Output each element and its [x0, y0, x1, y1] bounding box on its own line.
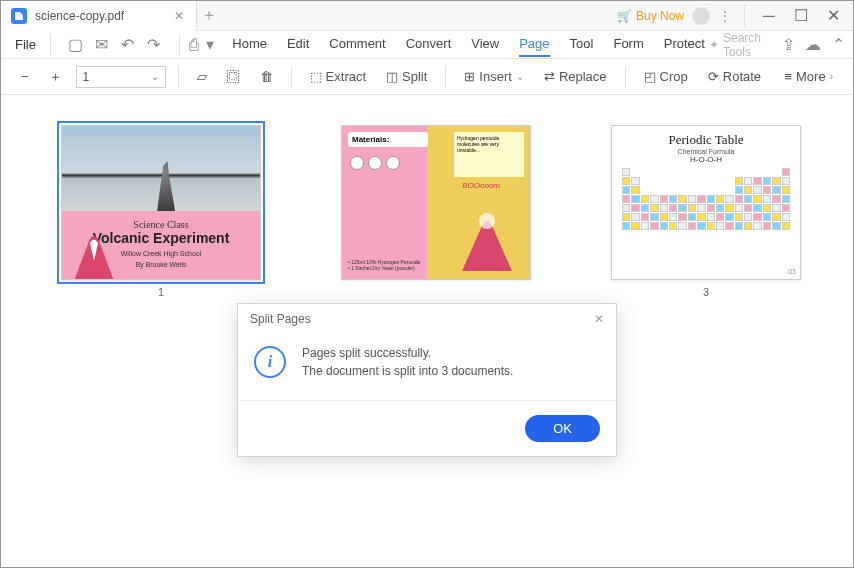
minimize-button[interactable]: ─ — [757, 4, 781, 28]
split-label: Split — [402, 69, 427, 84]
hamburger-icon: ≡ — [784, 69, 792, 84]
periodic-table-title: Periodic Table — [622, 132, 790, 148]
page-thumbnail-2[interactable]: Materials: Hydrogen peroxide molecules a… — [341, 125, 531, 280]
dialog-title: Split Pages — [250, 312, 311, 326]
buy-now-label: Buy Now — [636, 9, 684, 23]
crop-button[interactable]: ◰Crop — [638, 65, 694, 88]
page-thumbnail-3[interactable]: Periodic Table Chemical Formula H-O-O-H … — [611, 125, 801, 298]
file-menu[interactable]: File — [9, 37, 42, 52]
dialog-message-1: Pages split successfully. — [302, 344, 513, 362]
page-number-input[interactable]: 1 ⌄ — [76, 66, 166, 88]
page-number-label: 1 — [158, 286, 164, 298]
menu-tab-form[interactable]: Form — [613, 32, 643, 57]
rotate-icon: ⟳ — [708, 69, 719, 84]
menu-tab-page[interactable]: Page — [519, 32, 549, 57]
insert-icon: ⊞ — [464, 69, 475, 84]
wand-icon: ✦ — [709, 38, 719, 52]
dialog-message-2: The document is split into 3 documents. — [302, 362, 513, 380]
page-layout-1-icon[interactable]: ▱ — [191, 65, 213, 88]
split-button[interactable]: ◫Split — [380, 65, 433, 88]
app-icon — [11, 8, 27, 24]
insert-button[interactable]: ⊞Insert⌄ — [458, 65, 530, 88]
cart-icon: 🛒 — [617, 9, 632, 23]
mail-icon[interactable]: ✉ — [93, 36, 111, 54]
replace-button[interactable]: ⇄Replace — [538, 65, 613, 88]
menu-tab-tool[interactable]: Tool — [570, 32, 594, 57]
rotate-button[interactable]: ⟳Rotate — [702, 65, 767, 88]
boom-text: BOOooom — [462, 181, 500, 190]
menu-tab-protect[interactable]: Protect — [664, 32, 705, 57]
split-pages-dialog: Split Pages ✕ i Pages split successfully… — [237, 303, 617, 457]
zoom-in-button[interactable]: ＋ — [43, 64, 68, 90]
more-button[interactable]: ≡More› — [778, 65, 839, 88]
buy-now-link[interactable]: 🛒 Buy Now — [617, 9, 684, 23]
chevron-right-icon: › — [830, 71, 833, 82]
thumbnail-image — [62, 126, 260, 211]
chevron-down-icon: ⌄ — [151, 71, 159, 82]
volcano-illustration-icon — [452, 211, 522, 271]
collapse-icon[interactable]: ⌃ — [831, 36, 845, 54]
menu-tab-edit[interactable]: Edit — [287, 32, 309, 57]
cloud-icon[interactable]: ☁ — [805, 36, 821, 54]
diagram-icon — [350, 156, 400, 170]
tab-title: science-copy.pdf — [35, 9, 124, 23]
replace-label: Replace — [559, 69, 607, 84]
insert-label: Insert — [479, 69, 512, 84]
svg-point-0 — [479, 213, 495, 229]
page-number-label: 3 — [703, 286, 709, 298]
print-icon[interactable]: ⎙ — [187, 36, 199, 54]
replace-icon: ⇄ — [544, 69, 555, 84]
volcano-illustration-icon — [64, 231, 124, 280]
chemical-formula: H-O-O-H — [622, 155, 790, 164]
maximize-button[interactable]: ☐ — [789, 4, 813, 28]
tab-close-icon[interactable]: ✕ — [172, 9, 186, 23]
delete-page-icon[interactable]: 🗑 — [254, 65, 279, 88]
split-icon: ◫ — [386, 69, 398, 84]
menu-tab-home[interactable]: Home — [232, 32, 267, 57]
close-window-button[interactable]: ✕ — [821, 4, 845, 28]
crop-icon: ◰ — [644, 69, 656, 84]
periodic-table-subtitle: Chemical Formula — [622, 148, 790, 155]
slide-subtitle: Science Class — [68, 219, 254, 230]
menu-tab-view[interactable]: View — [471, 32, 499, 57]
extract-button[interactable]: ⬚Extract — [304, 65, 372, 88]
menu-tab-comment[interactable]: Comment — [329, 32, 385, 57]
chevron-down-icon: ⌄ — [516, 71, 524, 82]
new-tab-button[interactable]: ＋ — [197, 5, 221, 26]
page-corner-number: 03 — [788, 268, 796, 275]
redo-icon[interactable]: ↷ — [145, 36, 163, 54]
document-tab[interactable]: science-copy.pdf ✕ — [1, 1, 197, 31]
crop-label: Crop — [660, 69, 688, 84]
sticky-note-icon: Hydrogen peroxide molecules are very uns… — [454, 132, 524, 177]
rotate-label: Rotate — [723, 69, 761, 84]
periodic-table-grid — [622, 168, 790, 230]
materials-heading: Materials: — [348, 132, 428, 147]
materials-list: • 125ml 10% Hydrogen Peroxide • 1 Sachet… — [348, 259, 420, 271]
menu-tab-convert[interactable]: Convert — [406, 32, 452, 57]
undo-icon[interactable]: ↶ — [119, 36, 137, 54]
save-icon[interactable]: ▢ — [67, 36, 85, 54]
user-avatar-icon[interactable] — [692, 7, 710, 25]
info-icon: i — [254, 346, 286, 378]
more-label: More — [796, 69, 826, 84]
kebab-menu-icon[interactable]: ⋮ — [718, 8, 732, 24]
dropdown-icon[interactable]: ▾ — [204, 36, 216, 54]
search-placeholder: Search Tools — [723, 31, 772, 59]
page-number-value: 1 — [83, 70, 90, 84]
extract-label: Extract — [326, 69, 366, 84]
share-icon[interactable]: ⇪ — [782, 36, 796, 54]
search-tools[interactable]: ✦ Search Tools — [709, 31, 772, 59]
extract-icon: ⬚ — [310, 69, 322, 84]
dialog-close-button[interactable]: ✕ — [594, 312, 604, 326]
page-thumbnail-1[interactable]: Science Class Volcanic Experiment Willow… — [61, 125, 261, 298]
page-layout-2-icon[interactable]: ⿴ — [221, 65, 246, 88]
dialog-ok-button[interactable]: OK — [525, 415, 600, 442]
zoom-out-button[interactable]: − — [15, 65, 35, 88]
